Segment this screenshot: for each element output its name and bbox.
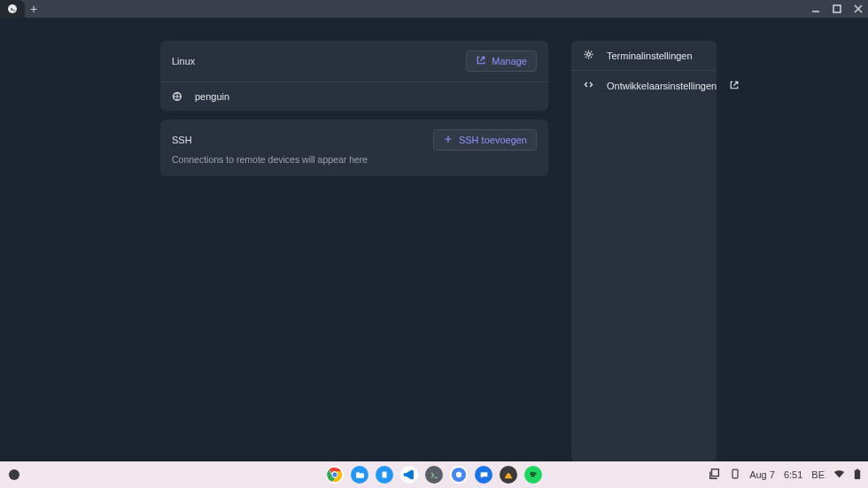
status-date: Aug 7 bbox=[749, 469, 775, 480]
new-tab-button[interactable]: + bbox=[25, 0, 43, 18]
svg-rect-0 bbox=[833, 5, 841, 12]
manage-button-label: Manage bbox=[492, 56, 527, 66]
gear-icon bbox=[583, 49, 594, 62]
status-tray[interactable]: Aug 7 6:51 BE bbox=[709, 468, 868, 482]
container-name-label: penguin bbox=[195, 91, 229, 102]
svg-rect-9 bbox=[712, 469, 719, 476]
terminal-home-content: Linux Manage penguin SSH bbox=[0, 18, 868, 461]
battery-icon bbox=[854, 469, 861, 482]
vscode-icon[interactable] bbox=[400, 466, 418, 484]
files-icon[interactable] bbox=[351, 466, 368, 484]
minimize-button[interactable] bbox=[810, 3, 822, 15]
close-button[interactable] bbox=[852, 3, 864, 15]
ssh-card: SSH SSH toevoegen Connections to remote … bbox=[160, 120, 548, 176]
app-generic-icon[interactable] bbox=[500, 466, 517, 484]
active-tab[interactable] bbox=[0, 0, 25, 18]
chromium-icon[interactable] bbox=[450, 466, 468, 484]
status-time: 6:51 bbox=[784, 469, 802, 480]
svg-point-2 bbox=[587, 53, 591, 57]
svg-rect-6 bbox=[383, 472, 387, 478]
shelf-apps bbox=[326, 466, 542, 484]
title-bar: + bbox=[0, 0, 868, 18]
linux-card-title: Linux bbox=[172, 56, 195, 66]
chrome-icon[interactable] bbox=[326, 466, 344, 484]
status-locale: BE bbox=[811, 469, 825, 480]
developer-settings-label: Ontwikkelaarsinstellingen bbox=[607, 81, 717, 91]
phone-hub-icon[interactable] bbox=[730, 468, 740, 482]
add-ssh-button[interactable]: SSH toevoegen bbox=[433, 129, 537, 151]
launcher-button[interactable] bbox=[9, 469, 19, 480]
settings-card: Terminalinstellingen Ontwikkelaarsinstel… bbox=[571, 41, 717, 461]
ssh-empty-text: Connections to remote devices will appea… bbox=[160, 154, 548, 176]
manage-linux-button[interactable]: Manage bbox=[466, 50, 537, 72]
shelf: Aug 7 6:51 BE bbox=[0, 461, 868, 488]
svg-rect-12 bbox=[856, 469, 858, 470]
maximize-button[interactable] bbox=[831, 3, 843, 15]
ssh-card-title: SSH bbox=[172, 135, 192, 145]
plus-icon bbox=[443, 134, 453, 146]
terminal-tab-icon bbox=[8, 4, 17, 13]
messages-icon[interactable] bbox=[475, 466, 492, 484]
external-link-icon bbox=[729, 80, 740, 92]
terminal-settings-label: Terminalinstellingen bbox=[607, 50, 693, 61]
terminal-app-icon[interactable] bbox=[425, 466, 443, 484]
code-icon bbox=[583, 79, 594, 92]
stacked-windows-icon[interactable] bbox=[709, 468, 721, 482]
wifi-icon bbox=[833, 469, 845, 482]
container-icon bbox=[172, 91, 182, 102]
svg-rect-10 bbox=[732, 469, 738, 478]
developer-settings-item[interactable]: Ontwikkelaarsinstellingen bbox=[571, 71, 717, 100]
docs-icon[interactable] bbox=[376, 466, 393, 484]
spotify-icon[interactable] bbox=[524, 466, 542, 484]
add-ssh-button-label: SSH toevoegen bbox=[459, 135, 527, 145]
linux-card: Linux Manage penguin bbox=[160, 41, 548, 111]
external-link-icon bbox=[476, 55, 486, 67]
svg-point-8 bbox=[456, 472, 461, 477]
svg-rect-11 bbox=[855, 469, 860, 478]
linux-container-row[interactable]: penguin bbox=[160, 82, 548, 111]
terminal-settings-item[interactable]: Terminalinstellingen bbox=[571, 41, 717, 71]
